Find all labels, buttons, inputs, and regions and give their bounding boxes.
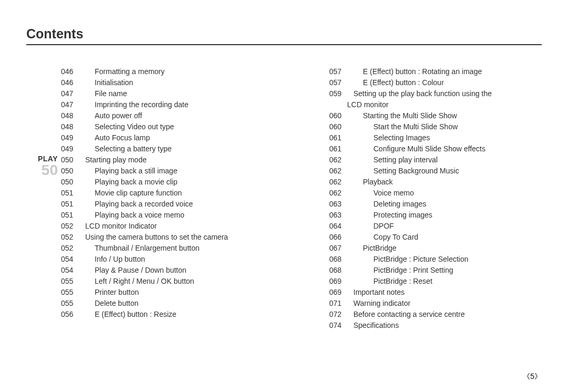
toc-page-number: 054 <box>61 265 79 276</box>
toc-text: Play & Pause / Down button <box>85 265 273 276</box>
toc-text: Starting the Multi Slide Show <box>353 110 542 121</box>
toc-row[interactable]: 048Auto power off <box>61 110 273 121</box>
toc-row[interactable]: 074Specifications <box>329 320 542 331</box>
toc-row[interactable]: 063Protecting images <box>329 210 542 221</box>
toc-text: Warning indicator <box>353 298 542 309</box>
toc-row[interactable]: 068PictBridge : Print Setting <box>329 265 542 276</box>
toc-page-number: 050 <box>61 154 79 166</box>
toc-page-number: 048 <box>61 110 79 121</box>
toc-page-number: 046 <box>61 66 79 77</box>
toc-text: Deleting images <box>353 199 542 210</box>
toc-text: Left / Right / Menu / OK button <box>85 276 273 287</box>
toc-row[interactable]: 050Playing back a movie clip <box>61 177 273 188</box>
toc-row[interactable]: 046Initialisation <box>61 77 273 88</box>
toc-row[interactable]: 060Start the Multi Slide Show <box>329 121 542 132</box>
toc-page-number: 048 <box>61 121 79 132</box>
toc-row[interactable]: 069PictBridge : Reset <box>329 276 542 287</box>
toc-page-number: 061 <box>329 143 347 154</box>
toc-text: Playing back a still image <box>85 166 273 177</box>
toc-row[interactable]: 063Deleting images <box>329 199 542 210</box>
toc-row[interactable]: 051Movie clip capture function <box>61 188 273 199</box>
toc-page-number: 055 <box>61 287 79 298</box>
toc-row[interactable]: 052Thumbnail / Enlargement button <box>61 243 273 254</box>
toc-page-number: 050 <box>61 166 79 177</box>
toc-page-number: 049 <box>61 143 79 154</box>
toc-row[interactable]: 062Playback <box>329 177 542 188</box>
toc-page-number: 072 <box>329 309 347 320</box>
toc-text: Formatting a memory <box>85 66 273 77</box>
toc-row[interactable]: 062Setting Background Music <box>329 166 542 177</box>
toc-page-number: 069 <box>329 276 347 287</box>
toc-row[interactable]: 057E (Effect) button : Colour <box>329 77 542 88</box>
toc-page-number: 046 <box>61 77 79 88</box>
toc-row[interactable]: 054Play & Pause / Down button <box>61 265 273 276</box>
section-number: 50 <box>26 163 58 178</box>
toc-row[interactable]: 062Voice memo <box>329 188 542 199</box>
toc-columns: PLAY50 046Formatting a memory046Initiali… <box>26 66 542 331</box>
toc-row[interactable]: 066Copy To Card <box>329 232 542 243</box>
toc-page-number: 060 <box>329 121 347 132</box>
toc-row[interactable]: 055Delete button <box>61 298 273 309</box>
toc-text: LCD monitor Indicator <box>85 221 273 232</box>
toc-page-number: 051 <box>61 210 79 221</box>
toc-row[interactable]: 049Auto Focus lamp <box>61 132 273 143</box>
toc-text: PictBridge : Print Setting <box>353 265 542 276</box>
toc-page-number: 055 <box>61 298 79 309</box>
toc-row[interactable]: 059Setting up the play back function usi… <box>329 88 542 99</box>
toc-row[interactable]: 057E (Effect) button : Rotating an image <box>329 66 542 77</box>
toc-page-number: 054 <box>61 254 79 265</box>
toc-row[interactable]: 069Important notes <box>329 287 542 298</box>
toc-page-number: 056 <box>61 309 79 320</box>
toc-row[interactable]: LCD monitor <box>329 99 542 110</box>
toc-row[interactable]: 051Playing back a voice memo <box>61 210 273 221</box>
toc-row[interactable]: 071Warning indicator <box>329 298 542 309</box>
toc-text: Auto power off <box>85 110 273 121</box>
toc-page-number: 051 <box>61 188 79 199</box>
toc-row[interactable]: 055Printer button <box>61 287 273 298</box>
toc-list-right: 057E (Effect) button : Rotating an image… <box>329 66 542 331</box>
toc-page-number: 062 <box>329 166 347 177</box>
toc-page-number: 049 <box>61 132 79 143</box>
toc-row[interactable]: 051Playing back a recorded voice <box>61 199 273 210</box>
toc-row[interactable]: 054Info / Up button <box>61 254 273 265</box>
toc-text: Selecting Video out type <box>85 121 273 132</box>
toc-row[interactable]: 050Playing back a still image <box>61 166 273 177</box>
toc-row[interactable]: 047Imprinting the recording date <box>61 99 273 110</box>
toc-page-number: 047 <box>61 99 79 110</box>
toc-text: File name <box>85 88 273 99</box>
toc-row[interactable]: 061Configure Multi Slide Show effects <box>329 143 542 154</box>
toc-page-number: 055 <box>61 276 79 287</box>
toc-text: Configure Multi Slide Show effects <box>353 143 542 154</box>
toc-row[interactable]: 056E (Effect) button : Resize <box>61 309 273 320</box>
toc-text: Setting play interval <box>353 154 542 166</box>
toc-row[interactable]: 047File name <box>61 88 273 99</box>
toc-page-number: 064 <box>329 221 347 232</box>
toc-row[interactable]: 052Using the camera buttons to set the c… <box>61 232 273 243</box>
toc-row[interactable]: 048Selecting Video out type <box>61 121 273 132</box>
toc-row[interactable]: 064DPOF <box>329 221 542 232</box>
toc-row[interactable]: 072Before contacting a service centre <box>329 309 542 320</box>
toc-text: Imprinting the recording date <box>85 99 273 110</box>
toc-text: Auto Focus lamp <box>85 132 273 143</box>
toc-row[interactable]: 060Starting the Multi Slide Show <box>329 110 542 121</box>
left-column: PLAY50 046Formatting a memory046Initiali… <box>26 66 273 331</box>
toc-text: Movie clip capture function <box>85 188 273 199</box>
toc-row[interactable]: 067PictBridge <box>329 243 542 254</box>
page: Contents PLAY50 046Formatting a memory04… <box>0 0 568 392</box>
toc-row[interactable]: 055Left / Right / Menu / OK button <box>61 276 273 287</box>
toc-text: PictBridge : Reset <box>353 276 542 287</box>
toc-row[interactable]: 050Starting play mode <box>61 154 273 166</box>
toc-page-number: 062 <box>329 188 347 199</box>
toc-text: Info / Up button <box>85 254 273 265</box>
toc-row[interactable]: 046Formatting a memory <box>61 66 273 77</box>
toc-row[interactable]: 049Selecting a battery type <box>61 143 273 154</box>
toc-text: DPOF <box>353 221 542 232</box>
toc-row[interactable]: 052LCD monitor Indicator <box>61 221 273 232</box>
toc-row[interactable]: 068PictBridge : Picture Selection <box>329 254 542 265</box>
toc-text: Using the camera buttons to set the came… <box>85 232 273 243</box>
toc-page-number: 068 <box>329 265 347 276</box>
toc-text: E (Effect) button : Rotating an image <box>353 66 542 77</box>
toc-row[interactable]: 062Setting play interval <box>329 154 542 166</box>
toc-text: Playing back a recorded voice <box>85 199 273 210</box>
toc-row[interactable]: 061Selecting Images <box>329 132 542 143</box>
